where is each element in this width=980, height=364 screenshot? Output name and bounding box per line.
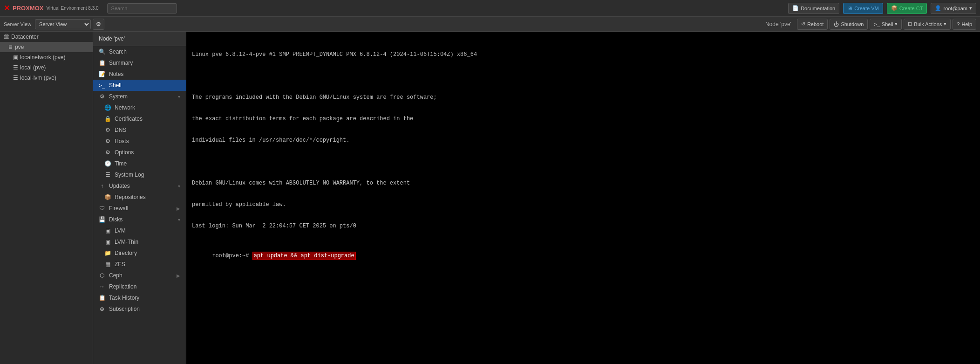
- toolbar: Server View Server View ⚙ Node 'pve' ↺ R…: [0, 17, 980, 32]
- nav-item-firewall[interactable]: 🛡 Firewall ▶: [93, 203, 186, 214]
- nav-item-notes[interactable]: 📝 Notes: [93, 69, 186, 80]
- task-history-icon: 📋: [99, 295, 105, 301]
- terminal-line-4: the exact distribution terms for each pa…: [192, 115, 974, 123]
- nav-item-directory[interactable]: 📁 Directory: [93, 247, 186, 259]
- reboot-button[interactable]: ↺ Reboot: [797, 19, 828, 30]
- nav-item-updates[interactable]: ↑ Updates ▾: [93, 180, 186, 192]
- user-icon: 👤: [935, 5, 941, 11]
- bulk-icon: ⊞: [908, 21, 912, 27]
- create-vm-button[interactable]: 🖥 Create VM: [843, 3, 883, 14]
- nav-item-certificates[interactable]: 🔒 Certificates: [93, 113, 186, 124]
- ceph-arrow-icon: ▶: [177, 273, 180, 278]
- node-panel: Node 'pve' 🔍 Search 📋 Summary 📝 Notes >_…: [93, 32, 186, 364]
- nav-item-summary[interactable]: 📋 Summary: [93, 57, 186, 69]
- replication-icon: ↔: [99, 283, 105, 290]
- nav-item-time[interactable]: 🕐 Time: [93, 158, 186, 169]
- terminal-command: apt update && apt dist-upgrade: [252, 252, 356, 260]
- logo-ve-text: Virtual Environment 8.3.0: [46, 6, 98, 11]
- sidebar-item-local-lvm[interactable]: ☰ local-lvm (pve): [0, 73, 93, 83]
- shell-button[interactable]: >_ Shell ▾: [870, 19, 902, 30]
- ct-icon: 📦: [891, 5, 898, 11]
- terminal-line-prompt: root@pve:~# apt update && apt dist-upgra…: [192, 243, 974, 268]
- nav-item-system[interactable]: ⚙ System ▾: [93, 91, 186, 102]
- sidebar-tree: 🏛 Datacenter 🖥 pve ▣ localnetwork (pve) …: [0, 32, 93, 364]
- terminal-line-6: [192, 158, 974, 166]
- shell-nav-icon: >_: [99, 82, 105, 89]
- terminal-line-3: The programs included with the Debian GN…: [192, 93, 974, 102]
- node-label: Node 'pve': [765, 21, 791, 27]
- time-icon: 🕐: [104, 160, 111, 167]
- options-icon: ⚙: [104, 149, 111, 156]
- terminal-line-7: Debian GNU/Linux comes with ABSOLUTELY N…: [192, 179, 974, 187]
- search-input[interactable]: [107, 3, 177, 14]
- zfs-icon: ▦: [104, 261, 111, 268]
- bulk-dropdown-icon: ▾: [944, 21, 946, 27]
- logo-proxmox-text: PROXMOX: [13, 5, 43, 12]
- nav-item-shell[interactable]: >_ Shell: [93, 80, 186, 91]
- sidebar-item-local[interactable]: ☰ local (pve): [0, 62, 93, 73]
- nav-item-task-history[interactable]: 📋 Task History: [93, 292, 186, 303]
- server-view-label: Server View: [4, 21, 31, 27]
- node-panel-title: Node 'pve': [93, 32, 186, 46]
- sidebar-item-datacenter[interactable]: 🏛 Datacenter: [0, 32, 93, 42]
- nav-item-replication[interactable]: ↔ Replication: [93, 281, 186, 292]
- directory-icon: 📁: [104, 250, 111, 256]
- lvm-thin-icon: ▣: [104, 239, 111, 245]
- nav-item-hosts[interactable]: ⚙ Hosts: [93, 136, 186, 147]
- shell-dropdown-icon: ▾: [895, 21, 898, 27]
- repositories-icon: 📦: [104, 194, 111, 200]
- localnetwork-icon: ▣: [13, 54, 18, 61]
- logo-x-icon: ✕: [4, 4, 10, 13]
- dns-icon: ⚙: [104, 127, 111, 133]
- terminal-line-8: permitted by applicable law.: [192, 200, 974, 209]
- header-bar: ✕ PROXMOX Virtual Environment 8.3.0 📄 Do…: [0, 0, 980, 17]
- nav-item-lvm-thin[interactable]: ▣ LVM-Thin: [93, 236, 186, 247]
- summary-icon: 📋: [99, 60, 105, 66]
- bulk-actions-button[interactable]: ⊞ Bulk Actions ▾: [904, 19, 951, 30]
- settings-button[interactable]: ⚙: [93, 19, 104, 30]
- nav-item-disks[interactable]: 💾 Disks ▾: [93, 214, 186, 225]
- nav-item-search[interactable]: 🔍 Search: [93, 46, 186, 57]
- nav-item-options[interactable]: ⚙ Options: [93, 147, 186, 158]
- server-view-select[interactable]: Server View: [35, 19, 91, 29]
- nav-item-zfs[interactable]: ▦ ZFS: [93, 259, 186, 270]
- help-icon: ?: [957, 21, 960, 27]
- help-button[interactable]: ? Help: [953, 19, 976, 30]
- pve-icon: 🖥: [7, 44, 13, 50]
- main-layout: 🏛 Datacenter 🖥 pve ▣ localnetwork (pve) …: [0, 32, 980, 364]
- terminal-line-2: [192, 72, 974, 80]
- logo-area: ✕ PROXMOX Virtual Environment 8.3.0: [4, 4, 99, 13]
- firewall-arrow-icon: ▶: [177, 206, 180, 211]
- sidebar-item-localnetwork[interactable]: ▣ localnetwork (pve): [0, 52, 93, 62]
- create-ct-button[interactable]: 📦 Create CT: [887, 3, 927, 14]
- power-icon: ⏻: [834, 21, 839, 27]
- vm-icon: 🖥: [847, 6, 852, 11]
- reboot-icon: ↺: [801, 21, 805, 27]
- nav-item-dns[interactable]: ⚙ DNS: [93, 124, 186, 136]
- user-button[interactable]: 👤 root@pam ▾: [931, 3, 976, 14]
- sidebar-item-pve[interactable]: 🖥 pve: [0, 42, 93, 52]
- nav-item-ceph[interactable]: ⬡ Ceph ▶: [93, 270, 186, 281]
- local-icon: ☰: [13, 64, 18, 71]
- firewall-icon: 🛡: [99, 205, 105, 212]
- documentation-button[interactable]: 📄 Documentation: [788, 3, 839, 14]
- terminal-area[interactable]: Linux pve 6.8.12-4-pve #1 SMP PREEMPT_DY…: [186, 32, 980, 364]
- terminal-prompt-text: root@pve:~#: [212, 253, 249, 259]
- notes-icon: 📝: [99, 71, 105, 77]
- nav-item-network[interactable]: 🌐 Network: [93, 102, 186, 113]
- updates-arrow-icon: ▾: [178, 184, 180, 189]
- lvm-icon: ▣: [104, 227, 111, 234]
- ceph-icon: ⬡: [99, 272, 105, 279]
- shutdown-button[interactable]: ⏻ Shutdown: [830, 19, 868, 30]
- hosts-icon: ⚙: [104, 138, 111, 144]
- system-icon: ⚙: [99, 93, 105, 100]
- syslog-icon: ☰: [104, 172, 111, 178]
- search-icon: 🔍: [99, 48, 105, 55]
- nav-item-subscription[interactable]: ⊕ Subscription: [93, 303, 186, 315]
- shell-icon: >_: [874, 21, 880, 27]
- nav-item-lvm[interactable]: ▣ LVM: [93, 225, 186, 236]
- updates-icon: ↑: [99, 183, 105, 189]
- nav-item-repositories[interactable]: 📦 Repositories: [93, 192, 186, 203]
- disks-arrow-icon: ▾: [178, 217, 180, 222]
- nav-item-syslog[interactable]: ☰ System Log: [93, 169, 186, 180]
